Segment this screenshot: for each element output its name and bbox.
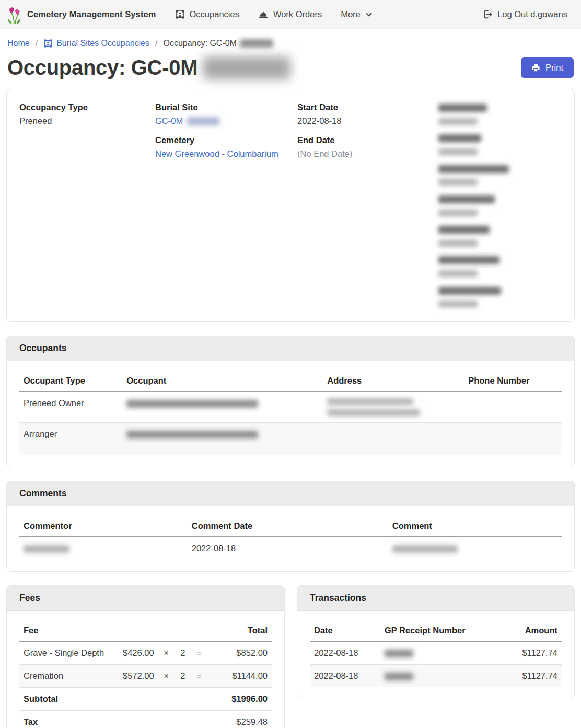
occupant-type-cell: Preneed Owner (19, 391, 122, 423)
nav-item-more[interactable]: More (341, 9, 373, 19)
details-column-1: Occupancy Type Preneed (19, 102, 155, 309)
fees-card: Fees Fee Total Grave - Single D (6, 585, 285, 728)
transaction-amount-cell: $1127.74 (491, 641, 562, 665)
fee-qty-cell: 2 (175, 641, 191, 665)
hard-hat-icon (258, 10, 269, 19)
breadcrumb-occupancies-link[interactable]: Burial Sites Occupancies (43, 39, 149, 48)
phone-cell (464, 391, 562, 423)
occupants-header-row: Occupant Type Occupant Address Phone Num… (19, 372, 562, 391)
redacted-value (438, 301, 478, 307)
address-cell (323, 391, 464, 423)
print-button[interactable]: Print (521, 57, 574, 78)
occupants-title: Occupants (7, 336, 574, 361)
occupancy-details-card: Occupancy Type Preneed Burial Site GC-0M… (6, 89, 575, 322)
table-row: Arranger (19, 422, 562, 455)
fee-price-cell: $572.00 (115, 664, 158, 687)
redacted-label (438, 104, 487, 112)
subtotal-label: Subtotal (19, 687, 207, 710)
details-column-2: Burial Site GC-0M Cemetery New Greenwood… (155, 102, 297, 309)
occupant-cell (122, 391, 323, 423)
fees-title: Fees (7, 586, 284, 611)
breadcrumb-parent-label: Burial Sites Occupancies (56, 39, 149, 48)
breadcrumb-home-link[interactable]: Home (7, 39, 30, 48)
redacted-text (24, 545, 69, 553)
nav-item-occupancies[interactable]: Occupancies (175, 9, 239, 19)
transaction-date-cell: 2022-08-18 (310, 641, 380, 665)
redacted-label (438, 287, 501, 295)
column-header-spacer (158, 621, 175, 641)
occupants-table: Occupant Type Occupant Address Phone Num… (19, 372, 562, 455)
tulip-logo-icon (7, 4, 22, 25)
burial-site-link[interactable]: GC-0M (155, 116, 183, 125)
breadcrumb-current: Occupancy: GC-0M (163, 39, 273, 48)
transaction-row: 2022-08-18 $1127.74 (310, 641, 562, 665)
occupants-card: Occupants Occupant Type Occupant Address… (6, 336, 575, 467)
table-row: 2022-08-18 (19, 537, 562, 560)
redacted-text (203, 56, 290, 79)
top-navbar: Cemetery Management System Occupancies W… (0, 0, 581, 29)
fee-price-cell: $426.00 (115, 641, 158, 665)
comment-date-cell: 2022-08-18 (188, 537, 388, 560)
redacted-label (438, 195, 495, 203)
redacted-text (240, 39, 273, 48)
redacted-field (438, 163, 562, 187)
fee-row: Grave - Single Depth $426.00 × 2 = $852.… (19, 641, 272, 665)
column-header-spacer (115, 621, 158, 641)
field-label: Burial Site (155, 102, 297, 113)
receipt-cell (380, 664, 491, 687)
occupant-type-cell: Arranger (19, 422, 122, 455)
fee-qty-cell: 2 (175, 664, 191, 687)
column-header: Address (323, 372, 464, 391)
logout-icon (483, 9, 493, 19)
tax-row: Tax $259.48 (19, 710, 272, 728)
fees-table: Fee Total Grave - Single Depth $426.00 ×… (19, 621, 272, 728)
cemetery-link[interactable]: New Greenwood - Columbarium (155, 149, 278, 158)
field-value: 2022-08-18 (297, 115, 438, 126)
breadcrumb-separator: / (36, 39, 38, 48)
field-start-date: Start Date 2022-08-18 (297, 102, 438, 126)
column-header: Occupant (122, 372, 323, 391)
redacted-value (438, 118, 478, 125)
transactions-table: Date GP Receipt Number Amount 2022-08-18… (310, 621, 562, 687)
comments-title: Comments (7, 481, 574, 506)
column-header: Amount (491, 621, 562, 641)
field-label: End Date (297, 135, 438, 146)
fee-name-cell: Cremation (19, 664, 115, 687)
redacted-text (187, 117, 219, 125)
redacted-field (438, 132, 562, 156)
transactions-card: Transactions Date GP Receipt Number Amou… (297, 585, 575, 699)
field-cemetery: Cemetery New Greenwood - Columbarium (155, 135, 297, 159)
column-header: Date (310, 621, 380, 641)
field-burial-site: Burial Site GC-0M (155, 102, 297, 126)
tax-label: Tax (19, 710, 207, 728)
field-label: Start Date (297, 102, 438, 113)
app-title: Cemetery Management System (27, 9, 156, 19)
redacted-field (438, 254, 562, 278)
redacted-label (438, 256, 499, 264)
redacted-label (438, 165, 509, 173)
field-value: Preneed (19, 115, 155, 126)
fee-total-cell: $852.00 (207, 641, 272, 665)
nav-item-label: More (341, 9, 361, 19)
column-header: Occupant Type (19, 372, 122, 391)
transaction-amount-cell: $1127.74 (491, 664, 562, 687)
redacted-field (438, 193, 562, 217)
fee-times-cell: × (158, 641, 175, 665)
column-header: Commentor (19, 517, 188, 537)
fee-times-cell: × (158, 664, 175, 687)
logout-link[interactable]: Log Out d.gowans (483, 9, 567, 19)
transactions-header-row: Date GP Receipt Number Amount (310, 621, 562, 641)
bottom-cards-row: Fees Fee Total Grave - Single D (6, 585, 575, 728)
field-label: Cemetery (155, 135, 297, 146)
printer-icon (531, 63, 540, 72)
nav-item-work-orders[interactable]: Work Orders (258, 9, 322, 19)
comments-header-row: Commentor Comment Date Comment (19, 517, 562, 537)
occupancy-icon (43, 39, 53, 48)
comments-card: Comments Commentor Comment Date Comment … (6, 481, 575, 572)
fees-header-row: Fee Total (19, 621, 272, 641)
redacted-text (327, 409, 420, 416)
field-label: Occupancy Type (19, 102, 155, 113)
transaction-row: 2022-08-18 $1127.74 (310, 664, 562, 687)
details-column-3: Start Date 2022-08-18 End Date (No End D… (297, 102, 438, 309)
column-header-spacer (191, 621, 207, 641)
